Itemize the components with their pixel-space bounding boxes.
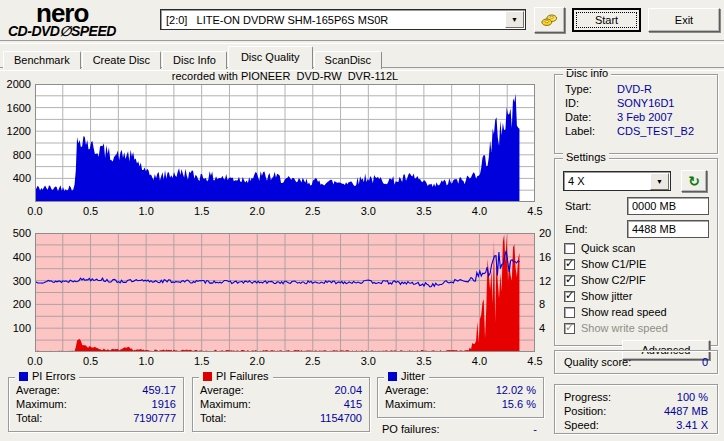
pi-failures-swatch bbox=[203, 372, 212, 381]
checkbox-show-read-speed[interactable]: Show read speed bbox=[564, 306, 717, 318]
max-label: Maximum: bbox=[200, 398, 251, 410]
end-position-label: End: bbox=[565, 223, 588, 235]
tab-disc-quality[interactable]: Disc Quality bbox=[228, 46, 313, 69]
jitter-average: 12.02 % bbox=[496, 384, 536, 396]
speed-value: 3.41 X bbox=[676, 419, 708, 431]
pi-errors-average: 459.17 bbox=[142, 384, 176, 396]
progress-box: Progress:100 % Position:4487 MB Speed:3.… bbox=[554, 384, 718, 434]
checkbox-icon[interactable] bbox=[564, 275, 575, 286]
avg-label: Average: bbox=[16, 384, 60, 396]
pi-errors-chart bbox=[35, 84, 535, 202]
disc-date-label: Date: bbox=[565, 111, 617, 123]
jitter-maximum: 15.6 % bbox=[502, 398, 536, 410]
quality-score-label: Quality score: bbox=[564, 356, 631, 368]
checkbox-icon[interactable] bbox=[564, 259, 575, 270]
jitter-legend-label: Jitter bbox=[401, 370, 425, 382]
start-position-label: Start: bbox=[565, 200, 591, 212]
disc-date-value: 3 Feb 2007 bbox=[617, 111, 673, 123]
app-window: nero CD-DVD∅SPEED [2:0] LITE-ON DVDRW SH… bbox=[0, 0, 724, 441]
scan-speed-value: 4 X bbox=[564, 175, 650, 187]
nero-cd-dvd-speed-logo: nero CD-DVD∅SPEED bbox=[8, 3, 158, 38]
pi-errors-swatch bbox=[19, 372, 28, 381]
scan-speed-select[interactable]: 4 X ▼ bbox=[563, 171, 671, 191]
checkbox-show-c1-pie[interactable]: Show C1/PIE bbox=[564, 258, 717, 270]
disc-id-value: SONY16D1 bbox=[617, 97, 674, 109]
chart-title: recorded with PIONEER DVD-RW DVR-112L bbox=[35, 70, 535, 82]
pi-failures-stats-box: PI Failures Average:20.04 Maximum:415 To… bbox=[192, 377, 370, 432]
disc-label-value: CDS_TEST_B2 bbox=[617, 125, 694, 137]
position-label: Position: bbox=[564, 405, 606, 417]
pi-errors-stats-box: PI Errors Average:459.17 Maximum:1916 To… bbox=[8, 377, 184, 432]
max-label: Maximum: bbox=[16, 398, 67, 410]
checkbox-icon bbox=[564, 323, 575, 334]
pi-failures-average: 20.04 bbox=[334, 384, 362, 396]
quality-score-value: 0 bbox=[702, 356, 708, 368]
disc-id-label: ID: bbox=[565, 97, 617, 109]
avg-label: Average: bbox=[200, 384, 244, 396]
disc-type-label: Type: bbox=[565, 83, 617, 95]
pi-errors-maximum: 1916 bbox=[152, 398, 176, 410]
checkbox-icon[interactable] bbox=[564, 307, 575, 318]
drive-selector[interactable]: [2:0] LITE-ON DVDRW SHM-165P6S MS0R ▼ bbox=[160, 9, 526, 30]
chevron-down-icon[interactable]: ▼ bbox=[650, 173, 669, 190]
po-failures-value: - bbox=[533, 423, 537, 435]
progress-value: 100 % bbox=[677, 391, 708, 403]
end-position-field[interactable]: 4488 MB bbox=[627, 220, 709, 238]
po-failures-row: PO failures: - bbox=[379, 423, 544, 435]
eject-disc-button[interactable] bbox=[534, 7, 565, 33]
tab-strip: Benchmark Create Disc Disc Info Disc Qua… bbox=[3, 46, 383, 69]
pi-failures-jitter-chart bbox=[35, 233, 535, 352]
pi-failures-legend-label: PI Failures bbox=[216, 370, 269, 382]
pi-failures-maximum: 415 bbox=[344, 398, 362, 410]
position-value: 4487 MB bbox=[664, 405, 708, 417]
quality-score-box: Quality score: 0 bbox=[554, 350, 718, 374]
exit-button[interactable]: Exit bbox=[648, 8, 720, 32]
start-button[interactable]: Start bbox=[572, 8, 641, 32]
checkbox-icon[interactable] bbox=[564, 291, 575, 302]
avg-label: Average: bbox=[385, 384, 429, 396]
settings-legend: Settings bbox=[563, 151, 609, 163]
jitter-swatch bbox=[388, 372, 397, 381]
max-label: Maximum: bbox=[385, 398, 436, 410]
disc-info-group: Disc info Type:DVD-R ID:SONY16D1 Date:3 … bbox=[554, 74, 718, 154]
disc-label-label: Label: bbox=[565, 125, 617, 137]
drive-selector-value: [2:0] LITE-ON DVDRW SHM-165P6S MS0R bbox=[161, 14, 505, 26]
checkbox-show-jitter[interactable]: Show jitter bbox=[564, 290, 717, 302]
tab-benchmark[interactable]: Benchmark bbox=[3, 51, 81, 69]
total-label: Total: bbox=[16, 412, 42, 424]
logo-nero-text: nero bbox=[8, 3, 158, 24]
po-failures-label: PO failures: bbox=[382, 423, 439, 435]
tab-scandisc[interactable]: ScanDisc bbox=[314, 51, 382, 69]
start-position-field[interactable]: 0000 MB bbox=[627, 197, 709, 215]
refresh-button[interactable]: ↻ bbox=[681, 170, 707, 192]
tab-create-disc[interactable]: Create Disc bbox=[82, 51, 161, 69]
disc-type-value: DVD-R bbox=[617, 83, 652, 95]
toolbar-separator bbox=[0, 40, 724, 44]
logo-speed-text: CD-DVD∅SPEED bbox=[8, 24, 158, 38]
checkbox-show-write-speed: Show write speed bbox=[564, 322, 717, 334]
settings-group: Settings 4 X ▼ ↻ Start: 0000 MB End: 448… bbox=[554, 158, 718, 346]
checkbox-show-c2-pif[interactable]: Show C2/PIF bbox=[564, 274, 717, 286]
jitter-stats-box: Jitter Average:12.02 % Maximum:15.6 % bbox=[377, 377, 544, 418]
pi-failures-total: 1154700 bbox=[320, 412, 362, 424]
pi-errors-legend-label: PI Errors bbox=[32, 370, 75, 382]
pi-errors-total: 7190777 bbox=[133, 412, 176, 424]
refresh-icon: ↻ bbox=[688, 173, 700, 189]
speed-label: Speed: bbox=[564, 419, 599, 431]
total-label: Total: bbox=[200, 412, 226, 424]
eject-disc-icon bbox=[541, 12, 558, 28]
chevron-down-icon[interactable]: ▼ bbox=[505, 11, 524, 28]
progress-label: Progress: bbox=[564, 391, 611, 403]
checkbox-quick-scan[interactable]: Quick scan bbox=[564, 242, 717, 254]
checkbox-icon[interactable] bbox=[564, 243, 575, 254]
tab-disc-info[interactable]: Disc Info bbox=[162, 51, 227, 69]
